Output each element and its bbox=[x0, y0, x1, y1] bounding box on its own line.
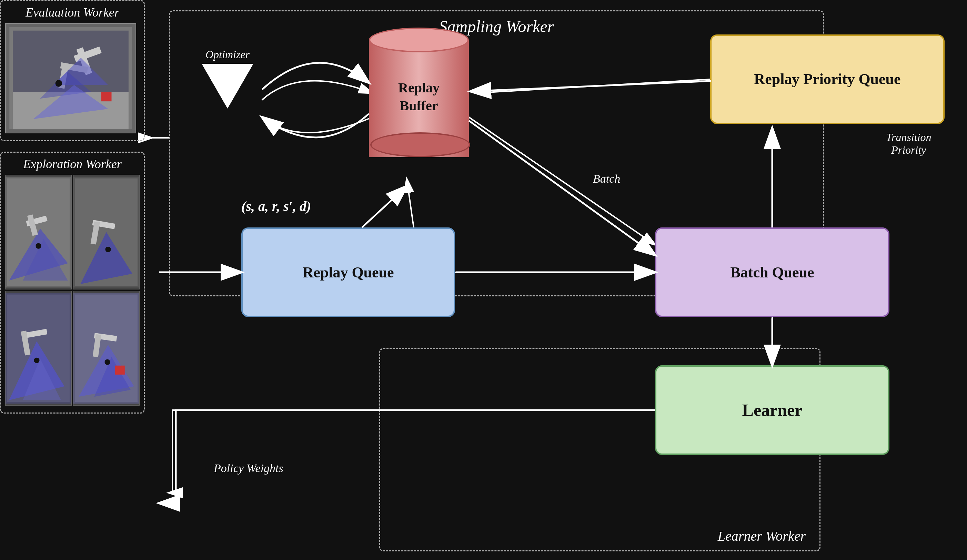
batch-label: Batch bbox=[593, 172, 620, 185]
replay-queue-box: Replay Queue bbox=[241, 227, 455, 317]
replay-buffer-container: ReplayBuffer bbox=[369, 28, 469, 186]
learner-worker-label: Learner Worker bbox=[718, 528, 806, 544]
scene-cell-2 bbox=[73, 175, 140, 290]
explore-scenes-grid bbox=[5, 175, 140, 405]
svg-point-21 bbox=[36, 243, 41, 249]
learner-label: Learner bbox=[742, 400, 802, 420]
explore-worker-label: Exploration Worker bbox=[5, 157, 140, 171]
learner-box: Learner bbox=[655, 365, 889, 455]
svg-rect-41 bbox=[115, 366, 125, 375]
svg-rect-13 bbox=[101, 92, 112, 102]
main-diagram: { "title": "Distributed RL Architecture … bbox=[0, 0, 967, 560]
eval-scene bbox=[5, 23, 136, 133]
svg-point-34 bbox=[34, 358, 39, 363]
replay-queue-label: Replay Queue bbox=[302, 264, 394, 281]
eval-worker-label: Evaluation Worker bbox=[5, 5, 140, 20]
policy-weights-label: Policy Weights bbox=[214, 462, 283, 475]
svg-point-14 bbox=[56, 80, 63, 87]
transition-priority-label: TransitionPriority bbox=[886, 131, 931, 156]
scene-cell-3 bbox=[5, 291, 72, 405]
scene-cell-4 bbox=[73, 291, 140, 405]
replay-priority-queue-label: Replay Priority Queue bbox=[754, 70, 901, 89]
optimizer-container: Optimizer bbox=[196, 48, 259, 124]
svg-point-42 bbox=[104, 359, 110, 365]
svg-point-27 bbox=[105, 247, 111, 252]
replay-buffer-label: ReplayBuffer bbox=[398, 79, 439, 115]
optimizer-triangle bbox=[202, 64, 253, 109]
cylinder-top bbox=[369, 28, 469, 53]
transition-label: (s, a, r, s′, d) bbox=[241, 198, 311, 214]
batch-queue-label: Batch Queue bbox=[730, 264, 814, 281]
batch-queue-box: Batch Queue bbox=[655, 227, 889, 317]
explore-worker-box: Exploration Worker bbox=[0, 152, 145, 413]
cylinder-body: ReplayBuffer bbox=[369, 40, 469, 157]
cylinder-bottom bbox=[370, 132, 470, 157]
eval-worker-box: Evaluation Worker bbox=[0, 0, 145, 141]
replay-priority-queue-box: Replay Priority Queue bbox=[710, 35, 945, 124]
optimizer-label: Optimizer bbox=[196, 48, 259, 61]
scene-cell-1 bbox=[5, 175, 72, 290]
